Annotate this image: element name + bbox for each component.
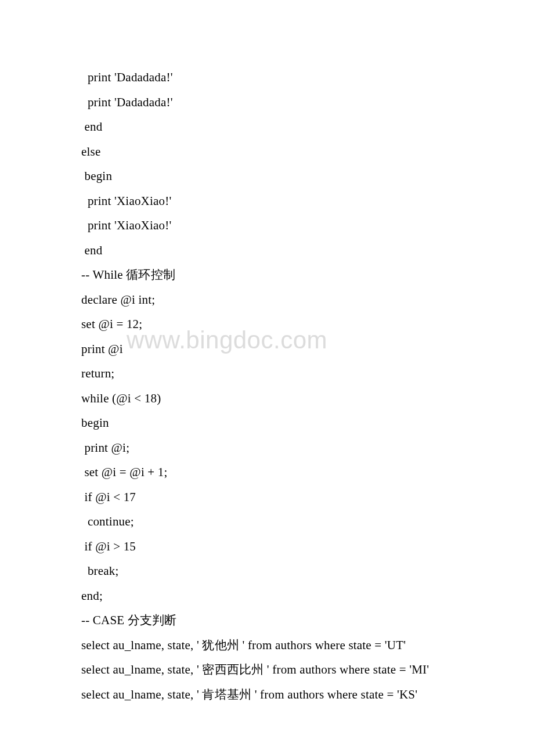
code-line: end xyxy=(81,114,453,139)
code-line: print 'Dadadada!' xyxy=(81,65,453,90)
code-line: -- CASE 分支判断 xyxy=(81,608,453,633)
code-line: begin xyxy=(81,411,453,435)
code-line: declare @i int; xyxy=(81,287,453,312)
code-line: if @i > 15 xyxy=(81,534,453,559)
code-line: end xyxy=(81,238,453,263)
code-line: else xyxy=(81,139,453,164)
code-line: while (@i < 18) xyxy=(81,386,453,411)
code-line: select au_lname, state, ' 肯塔基州 ' from au… xyxy=(81,682,453,707)
code-line: print 'XiaoXiao!' xyxy=(81,189,453,214)
code-line: -- While 循环控制 xyxy=(81,262,453,287)
code-line: print @i xyxy=(81,337,453,362)
code-content: print 'Dadadada!' print 'Dadadada!' end … xyxy=(81,65,453,707)
code-line: print @i; xyxy=(81,435,453,460)
code-line: break; xyxy=(81,559,453,584)
code-line: return; xyxy=(81,361,453,386)
code-line: continue; xyxy=(81,509,453,534)
code-line: end; xyxy=(81,584,453,609)
code-line: select au_lname, state, ' 密西西比州 ' from a… xyxy=(81,657,453,682)
code-line: begin xyxy=(81,164,453,189)
code-line: print 'XiaoXiao!' xyxy=(81,213,453,238)
code-line: select au_lname, state, ' 犹他州 ' from aut… xyxy=(81,633,453,658)
code-line: if @i < 17 xyxy=(81,485,453,510)
code-line: set @i = @i + 1; xyxy=(81,460,453,485)
code-line: print 'Dadadada!' xyxy=(81,90,453,115)
code-line: set @i = 12; xyxy=(81,312,453,337)
